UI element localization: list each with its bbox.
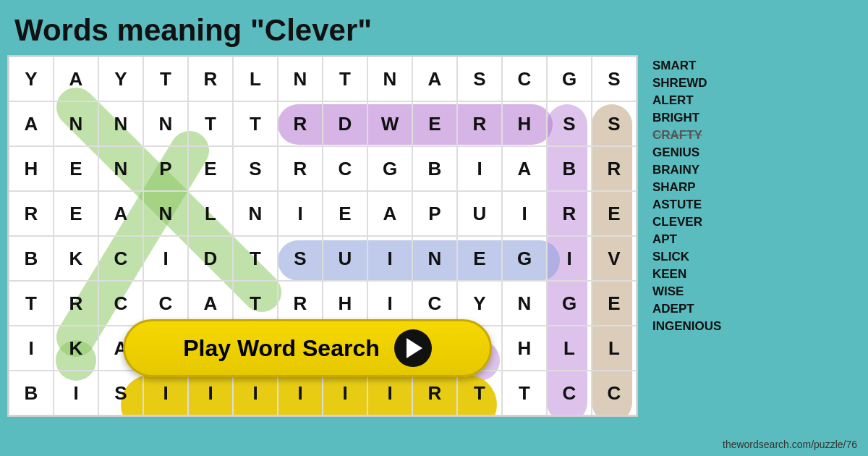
cell-r2-c13: R <box>592 146 637 191</box>
cell-r7-c13: C <box>592 371 637 415</box>
cell-r3-c9: P <box>412 191 457 236</box>
cell-r0-c10: S <box>457 56 502 101</box>
cell-r0-c3: T <box>143 56 188 101</box>
word-item-brainy: BRAINY <box>652 163 725 177</box>
cell-r7-c1: I <box>54 371 98 415</box>
cell-r0-c2: Y <box>98 56 143 101</box>
word-item-bright: BRIGHT <box>652 111 725 125</box>
cell-r0-c4: R <box>188 56 233 101</box>
cell-r7-c4: I <box>188 371 233 415</box>
word-item-clever: CLEVER <box>652 215 725 229</box>
cell-r3-c7: E <box>323 191 367 236</box>
cell-r7-c2: S <box>98 371 143 415</box>
cell-r1-c13: S <box>592 101 637 146</box>
cell-r5-c1: R <box>54 281 98 326</box>
page-title: Words meaning "Clever" <box>0 0 868 55</box>
cell-r1-c3: N <box>143 101 188 146</box>
cell-r1-c6: R <box>278 101 323 146</box>
cell-r4-c4: D <box>188 236 233 281</box>
cell-r4-c8: I <box>367 236 412 281</box>
cell-r6-c11: H <box>502 326 547 371</box>
cell-r2-c0: H <box>9 146 54 191</box>
cell-r7-c8: I <box>367 371 412 415</box>
cell-r1-c9: E <box>412 101 457 146</box>
cell-r0-c1: A <box>54 56 98 101</box>
cell-r3-c2: A <box>98 191 143 236</box>
cell-r7-c6: I <box>278 371 323 415</box>
cell-r0-c12: G <box>547 56 592 101</box>
cell-r3-c8: A <box>367 191 412 236</box>
cell-r5-c11: N <box>502 281 547 326</box>
cell-r6-c12: L <box>547 326 592 371</box>
cell-r1-c5: T <box>233 101 278 146</box>
cell-r1-c4: T <box>188 101 233 146</box>
cell-r7-c11: T <box>502 371 547 415</box>
cell-r4-c0: B <box>9 236 54 281</box>
cell-r1-c11: H <box>502 101 547 146</box>
cell-r2-c3: P <box>143 146 188 191</box>
cell-r0-c11: C <box>502 56 547 101</box>
cell-r4-c11: G <box>502 236 547 281</box>
cell-r0-c8: N <box>367 56 412 101</box>
cell-r4-c5: T <box>233 236 278 281</box>
cell-r4-c13: V <box>592 236 637 281</box>
cell-r2-c12: B <box>547 146 592 191</box>
cell-r2-c9: B <box>412 146 457 191</box>
cell-r2-c4: E <box>188 146 233 191</box>
cell-r5-c12: G <box>547 281 592 326</box>
cell-r7-c5: I <box>233 371 278 415</box>
cell-r3-c1: E <box>54 191 98 236</box>
cell-r3-c13: E <box>592 191 637 236</box>
grid-wrapper: YAYTRLNTNASCGSANNNTTRDWERHSSHENPESRCGBIA… <box>7 55 638 417</box>
word-list: SMARTSHREWDALERTBRIGHTCRAFTYGENIUSBRAINY… <box>645 55 732 417</box>
word-item-slick: SLICK <box>652 250 725 264</box>
word-item-keen: KEEN <box>652 267 725 282</box>
cell-r0-c0: Y <box>9 56 54 101</box>
cell-r7-c7: I <box>323 371 367 415</box>
cell-r4-c6: S <box>278 236 323 281</box>
cell-r7-c12: C <box>547 371 592 415</box>
cell-r1-c0: A <box>9 101 54 146</box>
word-item-crafty: CRAFTY <box>652 128 725 143</box>
cell-r1-c2: N <box>98 101 143 146</box>
word-item-wise: WISE <box>652 284 725 299</box>
cell-r2-c11: A <box>502 146 547 191</box>
cell-r7-c0: B <box>9 371 54 415</box>
cell-r1-c8: W <box>367 101 412 146</box>
word-item-apt: APT <box>652 232 725 247</box>
cell-r3-c6: I <box>278 191 323 236</box>
word-item-smart: SMART <box>652 59 725 73</box>
main-content: YAYTRLNTNASCGSANNNTTRDWERHSSHENPESRCGBIA… <box>0 55 868 417</box>
cell-r4-c10: E <box>457 236 502 281</box>
cell-r4-c12: I <box>547 236 592 281</box>
cell-r3-c10: U <box>457 191 502 236</box>
play-icon <box>394 329 432 367</box>
cell-r6-c1: K <box>54 326 98 371</box>
cell-r2-c10: I <box>457 146 502 191</box>
cell-r4-c9: N <box>412 236 457 281</box>
cell-r0-c13: S <box>592 56 637 101</box>
cell-r0-c5: L <box>233 56 278 101</box>
word-item-alert: ALERT <box>652 93 725 108</box>
cell-r3-c12: R <box>547 191 592 236</box>
cell-r4-c2: C <box>98 236 143 281</box>
cell-r6-c0: I <box>9 326 54 371</box>
cell-r7-c9: R <box>412 371 457 415</box>
cell-r0-c9: A <box>412 56 457 101</box>
cell-r1-c1: N <box>54 101 98 146</box>
cell-r4-c7: U <box>323 236 367 281</box>
cell-r0-c6: N <box>278 56 323 101</box>
cell-r2-c7: C <box>323 146 367 191</box>
cell-r2-c2: N <box>98 146 143 191</box>
cell-r7-c3: I <box>143 371 188 415</box>
cell-r1-c10: R <box>457 101 502 146</box>
cell-r4-c3: I <box>143 236 188 281</box>
play-word-search-button[interactable]: Play Word Search <box>123 319 492 377</box>
cell-r2-c6: R <box>278 146 323 191</box>
cell-r2-c5: S <box>233 146 278 191</box>
cell-r0-c7: T <box>323 56 367 101</box>
cell-r1-c12: S <box>547 101 592 146</box>
cell-r3-c0: R <box>9 191 54 236</box>
cell-r3-c4: L <box>188 191 233 236</box>
word-item-shrewd: SHREWD <box>652 76 725 90</box>
